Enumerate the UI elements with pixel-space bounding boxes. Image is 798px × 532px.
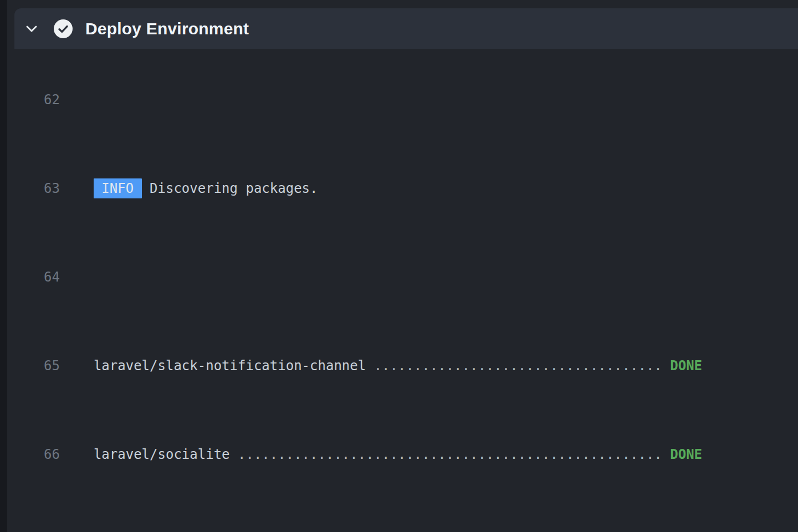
chevron-down-icon[interactable] xyxy=(24,22,39,36)
step-header-deploy-environment[interactable]: Deploy Environment xyxy=(14,8,798,49)
line-content: laravel/socialite ......................… xyxy=(78,443,702,466)
log-line: 65 laravel/slack-notification-channel ..… xyxy=(7,355,798,377)
log-line: 63 INFO Discovering packages. xyxy=(7,177,798,200)
step-title: Deploy Environment xyxy=(85,19,249,38)
line-number[interactable]: 65 xyxy=(7,355,60,377)
leader-dots: .................................... xyxy=(374,358,662,374)
line-number[interactable]: 66 xyxy=(7,443,60,466)
line-number[interactable]: 64 xyxy=(7,266,60,288)
log-line: 64 xyxy=(7,266,798,288)
line-number[interactable]: 62 xyxy=(7,89,60,111)
success-check-icon xyxy=(54,19,73,38)
line-content: laravel/slack-notification-channel .....… xyxy=(78,355,702,377)
leader-dots: ........................................… xyxy=(238,447,662,462)
line-content: INFO Discovering packages. xyxy=(78,177,318,200)
log-line: 66 laravel/socialite ...................… xyxy=(7,443,798,466)
package-name: laravel/socialite xyxy=(78,447,238,462)
status-done: DONE xyxy=(670,358,702,374)
log-surface: Deploy Environment 62 63 INFO Discoverin… xyxy=(7,0,798,532)
deploy-log-page: Deploy Environment 62 63 INFO Discoverin… xyxy=(0,0,798,532)
info-badge: INFO xyxy=(94,178,142,198)
log-lines: 62 63 INFO Discovering packages. 64 65 l… xyxy=(7,44,798,532)
log-line: 62 xyxy=(7,89,798,111)
status-done: DONE xyxy=(670,447,702,462)
package-name: laravel/slack-notification-channel xyxy=(78,358,374,374)
line-number[interactable]: 63 xyxy=(7,177,60,200)
